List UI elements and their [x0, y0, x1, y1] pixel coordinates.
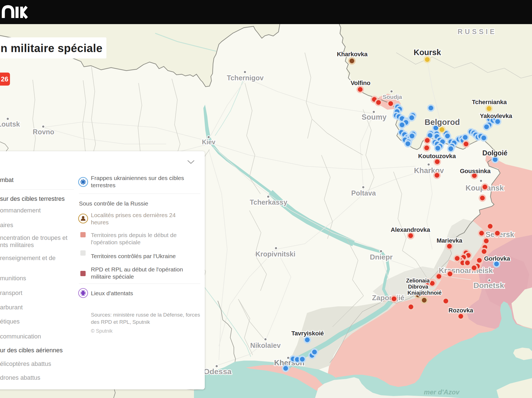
svg-text:Donetsk: Donetsk	[474, 281, 504, 290]
svg-text:Dniepr: Dniepr	[370, 253, 393, 261]
svg-text:Tcherkassy: Tcherkassy	[250, 198, 287, 206]
svg-text:Koursk: Koursk	[414, 48, 441, 57]
svg-text:Volfino: Volfino	[351, 79, 370, 86]
svg-text:Poltava: Poltava	[351, 189, 376, 197]
svg-text:Dolgoié: Dolgoié	[482, 149, 508, 157]
svg-text:Tchernianka: Tchernianka	[472, 99, 507, 106]
svg-text:mer d'Azov: mer d'Azov	[424, 388, 460, 396]
svg-text:Alexandrovka: Alexandrovka	[391, 226, 430, 233]
svg-text:Zelionaia: Zelionaia	[406, 278, 430, 284]
svg-text:Belgorod: Belgorod	[424, 118, 460, 127]
svg-text:Loutsk: Loutsk	[0, 120, 20, 128]
svg-text:Nikolaïev: Nikolaïev	[250, 341, 281, 349]
svg-text:Tavryiskoié: Tavryiskoié	[291, 330, 324, 337]
svg-text:Tchernigov: Tchernigov	[227, 74, 264, 82]
svg-text:Goussinka: Goussinka	[460, 168, 491, 174]
svg-text:Odessa: Odessa	[203, 367, 232, 376]
svg-text:Kiev: Kiev	[202, 138, 216, 146]
svg-text:Rozovka: Rozovka	[448, 307, 473, 314]
svg-text:Gorlovka: Gorlovka	[484, 255, 510, 262]
svg-text:Kniajitchnoié: Kniajitchnoié	[408, 290, 442, 296]
svg-text:Marievka: Marievka	[437, 237, 463, 244]
svg-text:Rovno: Rovno	[33, 128, 54, 136]
svg-text:Kropivnitski: Kropivnitski	[255, 250, 295, 258]
svg-text:Koutouzovka: Koutouzovka	[418, 153, 456, 160]
svg-text:Dibrova: Dibrova	[408, 284, 428, 290]
svg-text:RUSSIE: RUSSIE	[457, 28, 497, 35]
svg-text:Zaporojié: Zaporojié	[372, 294, 404, 302]
svg-text:Soudja: Soudja	[383, 94, 402, 100]
svg-text:Yakovlevka: Yakovlevka	[480, 112, 513, 119]
svg-text:Kharkovka: Kharkovka	[337, 51, 368, 58]
svg-text:Soumy: Soumy	[362, 113, 387, 121]
